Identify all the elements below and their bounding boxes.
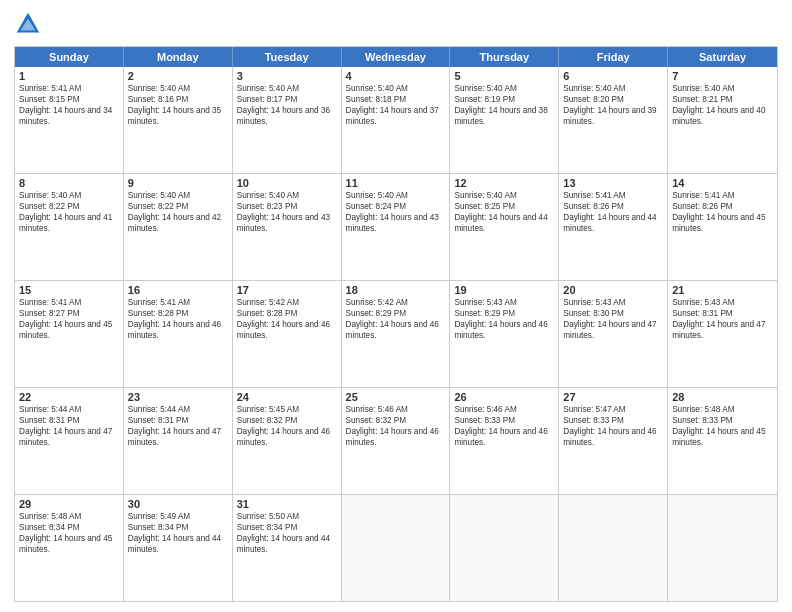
- header-cell-wednesday: Wednesday: [342, 47, 451, 67]
- sunrise-text: Sunrise: 5:43 AM: [563, 297, 663, 308]
- daylight-text: Daylight: 14 hours and 45 minutes.: [672, 212, 773, 234]
- sunset-text: Sunset: 8:19 PM: [454, 94, 554, 105]
- header-cell-monday: Monday: [124, 47, 233, 67]
- logo: [14, 10, 46, 38]
- sunset-text: Sunset: 8:20 PM: [563, 94, 663, 105]
- day-cell-25: 25Sunrise: 5:46 AMSunset: 8:32 PMDayligh…: [342, 388, 451, 494]
- day-number: 19: [454, 284, 554, 296]
- sunrise-text: Sunrise: 5:40 AM: [128, 83, 228, 94]
- sunrise-text: Sunrise: 5:48 AM: [672, 404, 773, 415]
- daylight-text: Daylight: 14 hours and 46 minutes.: [237, 426, 337, 448]
- calendar-row-4: 22Sunrise: 5:44 AMSunset: 8:31 PMDayligh…: [15, 387, 777, 494]
- sunrise-text: Sunrise: 5:41 AM: [19, 83, 119, 94]
- daylight-text: Daylight: 14 hours and 42 minutes.: [128, 212, 228, 234]
- day-cell-7: 7Sunrise: 5:40 AMSunset: 8:21 PMDaylight…: [668, 67, 777, 173]
- sunset-text: Sunset: 8:21 PM: [672, 94, 773, 105]
- daylight-text: Daylight: 14 hours and 41 minutes.: [19, 212, 119, 234]
- day-cell-28: 28Sunrise: 5:48 AMSunset: 8:33 PMDayligh…: [668, 388, 777, 494]
- daylight-text: Daylight: 14 hours and 45 minutes.: [672, 426, 773, 448]
- daylight-text: Daylight: 14 hours and 43 minutes.: [346, 212, 446, 234]
- sunset-text: Sunset: 8:33 PM: [454, 415, 554, 426]
- daylight-text: Daylight: 14 hours and 46 minutes.: [563, 426, 663, 448]
- sunrise-text: Sunrise: 5:48 AM: [19, 511, 119, 522]
- header: [14, 10, 778, 38]
- header-cell-sunday: Sunday: [15, 47, 124, 67]
- day-cell-18: 18Sunrise: 5:42 AMSunset: 8:29 PMDayligh…: [342, 281, 451, 387]
- day-cell-10: 10Sunrise: 5:40 AMSunset: 8:23 PMDayligh…: [233, 174, 342, 280]
- day-number: 28: [672, 391, 773, 403]
- daylight-text: Daylight: 14 hours and 37 minutes.: [346, 105, 446, 127]
- sunset-text: Sunset: 8:28 PM: [237, 308, 337, 319]
- daylight-text: Daylight: 14 hours and 47 minutes.: [128, 426, 228, 448]
- calendar-body: 1Sunrise: 5:41 AMSunset: 8:15 PMDaylight…: [15, 67, 777, 601]
- day-number: 30: [128, 498, 228, 510]
- day-cell-21: 21Sunrise: 5:43 AMSunset: 8:31 PMDayligh…: [668, 281, 777, 387]
- day-cell-24: 24Sunrise: 5:45 AMSunset: 8:32 PMDayligh…: [233, 388, 342, 494]
- day-cell-4: 4Sunrise: 5:40 AMSunset: 8:18 PMDaylight…: [342, 67, 451, 173]
- calendar-row-5: 29Sunrise: 5:48 AMSunset: 8:34 PMDayligh…: [15, 494, 777, 601]
- empty-cell: [342, 495, 451, 601]
- day-number: 16: [128, 284, 228, 296]
- calendar: SundayMondayTuesdayWednesdayThursdayFrid…: [14, 46, 778, 602]
- sunrise-text: Sunrise: 5:41 AM: [672, 190, 773, 201]
- day-cell-19: 19Sunrise: 5:43 AMSunset: 8:29 PMDayligh…: [450, 281, 559, 387]
- calendar-header: SundayMondayTuesdayWednesdayThursdayFrid…: [15, 47, 777, 67]
- day-cell-12: 12Sunrise: 5:40 AMSunset: 8:25 PMDayligh…: [450, 174, 559, 280]
- sunset-text: Sunset: 8:26 PM: [672, 201, 773, 212]
- day-number: 2: [128, 70, 228, 82]
- sunrise-text: Sunrise: 5:43 AM: [672, 297, 773, 308]
- day-cell-11: 11Sunrise: 5:40 AMSunset: 8:24 PMDayligh…: [342, 174, 451, 280]
- day-number: 31: [237, 498, 337, 510]
- sunset-text: Sunset: 8:15 PM: [19, 94, 119, 105]
- sunset-text: Sunset: 8:22 PM: [128, 201, 228, 212]
- daylight-text: Daylight: 14 hours and 45 minutes.: [19, 319, 119, 341]
- day-cell-2: 2Sunrise: 5:40 AMSunset: 8:16 PMDaylight…: [124, 67, 233, 173]
- empty-cell: [559, 495, 668, 601]
- sunrise-text: Sunrise: 5:46 AM: [346, 404, 446, 415]
- calendar-row-1: 1Sunrise: 5:41 AMSunset: 8:15 PMDaylight…: [15, 67, 777, 173]
- day-number: 8: [19, 177, 119, 189]
- sunset-text: Sunset: 8:25 PM: [454, 201, 554, 212]
- sunset-text: Sunset: 8:16 PM: [128, 94, 228, 105]
- sunrise-text: Sunrise: 5:40 AM: [346, 190, 446, 201]
- sunset-text: Sunset: 8:32 PM: [346, 415, 446, 426]
- sunrise-text: Sunrise: 5:40 AM: [563, 83, 663, 94]
- sunrise-text: Sunrise: 5:40 AM: [454, 83, 554, 94]
- calendar-row-3: 15Sunrise: 5:41 AMSunset: 8:27 PMDayligh…: [15, 280, 777, 387]
- header-cell-friday: Friday: [559, 47, 668, 67]
- daylight-text: Daylight: 14 hours and 46 minutes.: [128, 319, 228, 341]
- day-cell-30: 30Sunrise: 5:49 AMSunset: 8:34 PMDayligh…: [124, 495, 233, 601]
- sunrise-text: Sunrise: 5:41 AM: [563, 190, 663, 201]
- daylight-text: Daylight: 14 hours and 44 minutes.: [128, 533, 228, 555]
- day-number: 22: [19, 391, 119, 403]
- daylight-text: Daylight: 14 hours and 39 minutes.: [563, 105, 663, 127]
- sunrise-text: Sunrise: 5:40 AM: [237, 190, 337, 201]
- daylight-text: Daylight: 14 hours and 40 minutes.: [672, 105, 773, 127]
- sunset-text: Sunset: 8:34 PM: [19, 522, 119, 533]
- day-number: 9: [128, 177, 228, 189]
- daylight-text: Daylight: 14 hours and 45 minutes.: [19, 533, 119, 555]
- daylight-text: Daylight: 14 hours and 36 minutes.: [237, 105, 337, 127]
- sunrise-text: Sunrise: 5:40 AM: [672, 83, 773, 94]
- daylight-text: Daylight: 14 hours and 46 minutes.: [346, 426, 446, 448]
- sunset-text: Sunset: 8:18 PM: [346, 94, 446, 105]
- sunset-text: Sunset: 8:28 PM: [128, 308, 228, 319]
- empty-cell: [450, 495, 559, 601]
- header-cell-thursday: Thursday: [450, 47, 559, 67]
- daylight-text: Daylight: 14 hours and 47 minutes.: [563, 319, 663, 341]
- day-cell-1: 1Sunrise: 5:41 AMSunset: 8:15 PMDaylight…: [15, 67, 124, 173]
- daylight-text: Daylight: 14 hours and 47 minutes.: [672, 319, 773, 341]
- daylight-text: Daylight: 14 hours and 46 minutes.: [454, 426, 554, 448]
- day-number: 14: [672, 177, 773, 189]
- day-cell-5: 5Sunrise: 5:40 AMSunset: 8:19 PMDaylight…: [450, 67, 559, 173]
- daylight-text: Daylight: 14 hours and 46 minutes.: [454, 319, 554, 341]
- day-cell-23: 23Sunrise: 5:44 AMSunset: 8:31 PMDayligh…: [124, 388, 233, 494]
- sunset-text: Sunset: 8:33 PM: [672, 415, 773, 426]
- header-cell-tuesday: Tuesday: [233, 47, 342, 67]
- day-number: 17: [237, 284, 337, 296]
- day-cell-20: 20Sunrise: 5:43 AMSunset: 8:30 PMDayligh…: [559, 281, 668, 387]
- daylight-text: Daylight: 14 hours and 44 minutes.: [454, 212, 554, 234]
- day-number: 10: [237, 177, 337, 189]
- day-number: 13: [563, 177, 663, 189]
- sunset-text: Sunset: 8:24 PM: [346, 201, 446, 212]
